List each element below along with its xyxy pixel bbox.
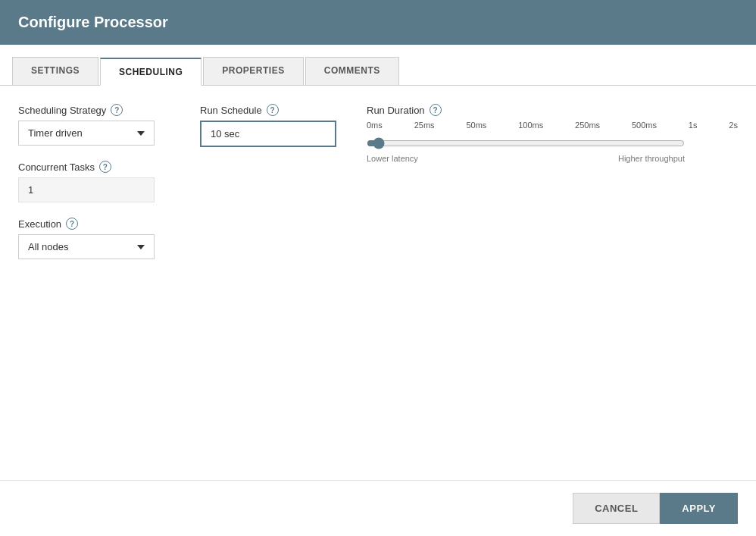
- run-duration-slider[interactable]: [367, 137, 685, 149]
- scheduling-strategy-help-icon[interactable]: ?: [111, 104, 123, 116]
- duration-hints: Lower latency Higher throughput: [367, 154, 685, 163]
- scheduling-strategy-select[interactable]: Timer driven: [18, 121, 155, 146]
- tab-scheduling[interactable]: SCHEDULING: [100, 58, 201, 86]
- scheduling-strategy-field: Scheduling Strategy ? Timer driven: [18, 104, 170, 146]
- execution-select[interactable]: All nodes: [18, 234, 155, 259]
- scheduling-strategy-value: Timer driven: [28, 127, 83, 139]
- tick-50ms: 50ms: [466, 121, 486, 130]
- dialog-footer: CANCEL APPLY: [0, 480, 756, 536]
- run-schedule-input[interactable]: [200, 121, 336, 147]
- tab-comments[interactable]: COMMENTS: [305, 57, 399, 85]
- tab-settings[interactable]: SETTINGS: [12, 57, 98, 85]
- tick-100ms: 100ms: [518, 121, 543, 130]
- concurrent-tasks-input[interactable]: [18, 177, 155, 202]
- apply-button[interactable]: APPLY: [660, 493, 738, 524]
- tab-content-scheduling: Scheduling Strategy ? Timer driven Concu…: [0, 86, 756, 480]
- tick-25ms: 25ms: [414, 121, 435, 130]
- run-schedule-help-icon[interactable]: ?: [267, 104, 279, 116]
- run-duration-section: Run Duration ? 0ms 25ms 50ms 100ms 250ms…: [367, 104, 738, 163]
- scheduling-strategy-label: Scheduling Strategy: [18, 105, 106, 116]
- execution-value: All nodes: [28, 241, 68, 252]
- run-duration-help-icon[interactable]: ?: [430, 104, 442, 116]
- hint-lower-latency: Lower latency: [367, 154, 418, 163]
- duration-ticks: 0ms 25ms 50ms 100ms 250ms 500ms 1s 2s: [367, 121, 738, 130]
- chevron-down-icon: [137, 131, 145, 136]
- tick-0ms: 0ms: [367, 121, 383, 130]
- dialog-body: SETTINGS SCHEDULING PROPERTIES COMMENTS …: [0, 45, 756, 480]
- execution-label: Execution: [18, 218, 61, 230]
- cancel-button[interactable]: CANCEL: [573, 493, 660, 524]
- concurrent-tasks-label: Concurrent Tasks: [18, 161, 95, 173]
- left-column: Scheduling Strategy ? Timer driven Concu…: [18, 104, 170, 462]
- execution-help-icon[interactable]: ?: [66, 218, 78, 230]
- hint-higher-throughput: Higher throughput: [618, 154, 685, 163]
- execution-field: Execution ? All nodes: [18, 218, 170, 259]
- tick-500ms: 500ms: [632, 121, 657, 130]
- tick-250ms: 250ms: [575, 121, 600, 130]
- chevron-down-icon: [137, 245, 145, 249]
- dialog-title: Configure Processor: [18, 14, 168, 30]
- run-schedule-label: Run Schedule: [200, 105, 262, 116]
- right-column: Run Duration ? 0ms 25ms 50ms 100ms 250ms…: [367, 104, 738, 462]
- dialog-header: Configure Processor: [0, 0, 756, 45]
- run-duration-label: Run Duration: [367, 105, 425, 116]
- run-schedule-field: Run Schedule ?: [200, 104, 336, 147]
- concurrent-tasks-help-icon[interactable]: ?: [99, 161, 111, 173]
- middle-column: Run Schedule ?: [200, 104, 336, 462]
- tick-1s: 1s: [689, 121, 698, 130]
- tab-bar: SETTINGS SCHEDULING PROPERTIES COMMENTS: [0, 45, 756, 86]
- configure-processor-dialog: Configure Processor SETTINGS SCHEDULING …: [0, 0, 756, 536]
- concurrent-tasks-field: Concurrent Tasks ?: [18, 161, 170, 202]
- tab-properties[interactable]: PROPERTIES: [203, 57, 303, 85]
- tick-2s: 2s: [729, 121, 738, 130]
